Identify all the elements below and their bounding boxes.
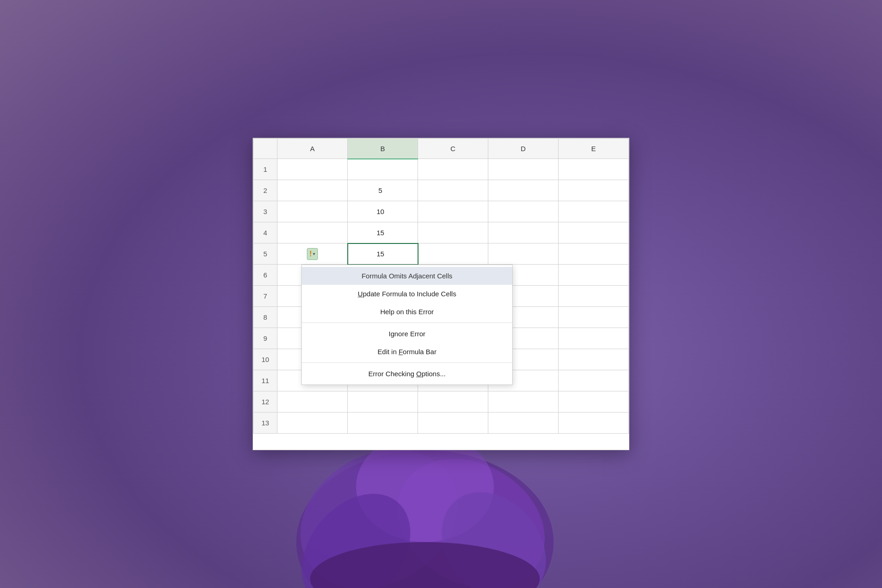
cell-c4[interactable] <box>418 222 488 243</box>
error-indicator-button[interactable]: ! ▾ <box>307 248 318 260</box>
row-1-num: 1 <box>254 159 277 180</box>
col-header-c[interactable]: C <box>418 139 488 159</box>
dropdown-divider-2 <box>302 362 512 363</box>
spreadsheet-window: A B C D E 1 2 5 <box>253 138 629 450</box>
cell-e8[interactable] <box>559 307 629 328</box>
cell-e3[interactable] <box>559 201 629 222</box>
row-9-num: 9 <box>254 328 277 349</box>
corner-cell <box>254 139 277 159</box>
cell-c2[interactable] <box>418 180 488 201</box>
col-header-a[interactable]: A <box>277 139 348 159</box>
svg-point-0 <box>296 450 554 588</box>
error-exclamation-icon: ! <box>310 250 312 258</box>
cell-b13[interactable] <box>348 413 418 434</box>
dropdown-item-error-checking-options[interactable]: Error Checking Options... <box>302 365 512 383</box>
row-7-num: 7 <box>254 286 277 307</box>
cell-e10[interactable] <box>559 349 629 370</box>
cell-b1[interactable] <box>348 159 418 180</box>
cell-a12[interactable] <box>277 391 348 413</box>
cell-c3[interactable] <box>418 201 488 222</box>
cell-e12[interactable] <box>559 391 629 413</box>
cell-e2[interactable] <box>559 180 629 201</box>
dropdown-divider-1 <box>302 322 512 323</box>
dropdown-item-formula-omits: Formula Omits Adjacent Cells <box>302 267 512 285</box>
error-dropdown-arrow-icon: ▾ <box>313 251 315 256</box>
row-12-num: 12 <box>254 391 277 413</box>
cell-b12[interactable] <box>348 391 418 413</box>
cell-e4[interactable] <box>559 222 629 243</box>
svg-point-6 <box>310 542 540 588</box>
formula-bar-underline: F <box>399 348 403 356</box>
cell-e1[interactable] <box>559 159 629 180</box>
cell-c5[interactable] <box>418 243 488 265</box>
dropdown-item-help-error[interactable]: Help on this Error <box>302 303 512 321</box>
cell-b4[interactable]: 15 <box>348 222 418 243</box>
row-10-num: 10 <box>254 349 277 370</box>
cell-c1[interactable] <box>418 159 488 180</box>
dropdown-item-update-formula[interactable]: Update Formula to Include Cells <box>302 285 512 303</box>
cell-a5-error: ! ▾ Formula Omits Adjacent Cells Update … <box>277 243 348 265</box>
cell-a3[interactable] <box>277 201 348 222</box>
cell-c13[interactable] <box>418 413 488 434</box>
cell-e5[interactable] <box>559 243 629 265</box>
row-5-num: 5 <box>254 243 277 265</box>
row-13-num: 13 <box>254 413 277 434</box>
cell-d12[interactable] <box>488 391 559 413</box>
cell-d1[interactable] <box>488 159 559 180</box>
cell-d3[interactable] <box>488 201 559 222</box>
cell-e13[interactable] <box>559 413 629 434</box>
svg-point-5 <box>420 471 567 588</box>
error-dropdown-menu: Formula Omits Adjacent Cells Update Form… <box>301 265 513 385</box>
cell-d4[interactable] <box>488 222 559 243</box>
row-6-num: 6 <box>254 265 277 286</box>
cell-d13[interactable] <box>488 413 559 434</box>
cell-b3[interactable]: 10 <box>348 201 418 222</box>
cell-d5[interactable] <box>488 243 559 265</box>
update-formula-underline: U <box>358 290 363 298</box>
col-header-b[interactable]: B <box>348 139 418 159</box>
dropdown-item-edit-formula-bar[interactable]: Edit in Formula Bar <box>302 343 512 361</box>
cell-d2[interactable] <box>488 180 559 201</box>
row-8-num: 8 <box>254 307 277 328</box>
col-header-e[interactable]: E <box>559 139 629 159</box>
cell-b5[interactable]: 15 <box>348 243 418 265</box>
row-11-num: 11 <box>254 370 277 391</box>
cell-a1[interactable] <box>277 159 348 180</box>
spreadsheet-grid: A B C D E 1 2 5 <box>253 138 629 434</box>
cell-e9[interactable] <box>559 328 629 349</box>
row-4-num: 4 <box>254 222 277 243</box>
cell-c12[interactable] <box>418 391 488 413</box>
cell-e6[interactable] <box>559 265 629 286</box>
cell-b2[interactable]: 5 <box>348 180 418 201</box>
cell-e7[interactable] <box>559 286 629 307</box>
row-2-num: 2 <box>254 180 277 201</box>
cell-a2[interactable] <box>277 180 348 201</box>
cell-a4[interactable] <box>277 222 348 243</box>
row-3-num: 3 <box>254 201 277 222</box>
cell-e11[interactable] <box>559 370 629 391</box>
svg-point-2 <box>373 433 568 588</box>
svg-point-4 <box>279 472 432 588</box>
dropdown-item-ignore-error[interactable]: Ignore Error <box>302 325 512 343</box>
options-underline: O <box>416 370 422 378</box>
col-header-d[interactable]: D <box>488 139 559 159</box>
cell-a13[interactable] <box>277 413 348 434</box>
